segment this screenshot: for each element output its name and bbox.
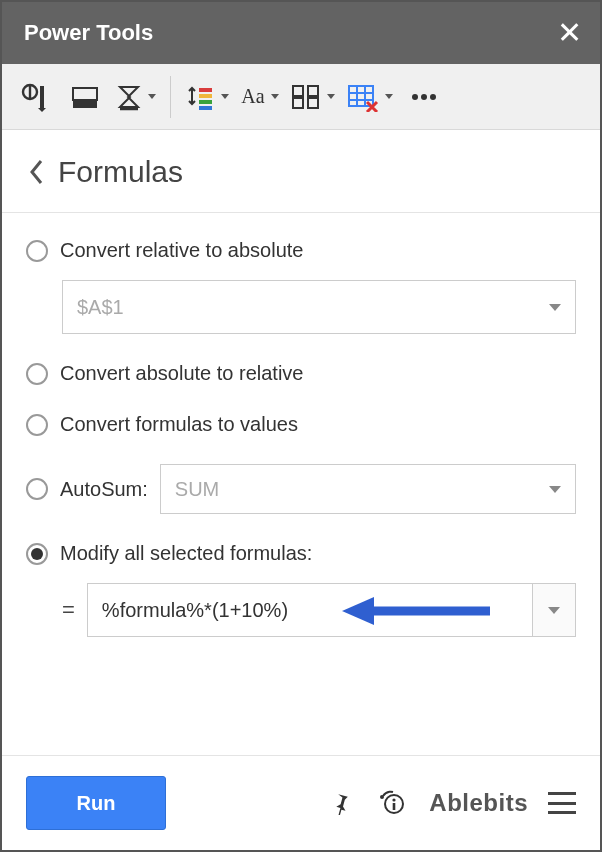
chevron-down-icon xyxy=(327,94,335,99)
select-value: SUM xyxy=(175,478,219,501)
back-icon[interactable] xyxy=(24,154,48,190)
option-modify-formulas[interactable]: Modify all selected formulas: xyxy=(26,542,576,565)
svg-rect-14 xyxy=(308,98,318,108)
close-icon[interactable]: ✕ xyxy=(557,18,582,48)
option-convert-abs-to-rel[interactable]: Convert absolute to relative xyxy=(26,362,576,385)
clear-icon[interactable] xyxy=(343,74,397,120)
radio-icon[interactable] xyxy=(26,240,48,262)
svg-point-22 xyxy=(430,94,436,100)
option-label: Convert absolute to relative xyxy=(60,362,303,385)
radio-icon[interactable] xyxy=(26,478,48,500)
toolbar: Aa xyxy=(2,64,600,130)
option-convert-rel-to-abs[interactable]: Convert relative to absolute xyxy=(26,239,576,262)
radio-icon[interactable] xyxy=(26,363,48,385)
select-value: $A$1 xyxy=(77,296,124,319)
svg-marker-3 xyxy=(38,108,46,112)
chevron-down-icon xyxy=(148,94,156,99)
chevron-down-icon xyxy=(549,304,561,311)
svg-rect-11 xyxy=(293,86,303,96)
radio-icon[interactable] xyxy=(26,414,48,436)
app-title: Power Tools xyxy=(24,20,153,46)
more-icon[interactable] xyxy=(401,74,447,120)
sort-icon[interactable] xyxy=(181,74,233,120)
footer-bar: Run Ablebits xyxy=(2,755,600,850)
option-autosum[interactable]: AutoSum: SUM xyxy=(26,464,576,514)
sigma-icon[interactable] xyxy=(112,74,160,120)
chevron-down-icon xyxy=(271,94,279,99)
text-aa-glyph: Aa xyxy=(241,85,264,108)
option-label: Modify all selected formulas: xyxy=(60,542,312,565)
info-icon[interactable] xyxy=(373,785,409,821)
svg-rect-8 xyxy=(199,94,212,98)
breadcrumb: Formulas xyxy=(2,130,600,213)
svg-rect-9 xyxy=(199,100,212,104)
svg-rect-7 xyxy=(199,88,212,92)
text-case-icon[interactable]: Aa xyxy=(237,74,283,120)
toolbar-separator xyxy=(170,76,171,118)
chevron-down-icon xyxy=(385,94,393,99)
svg-rect-12 xyxy=(293,98,303,108)
modify-formula-input[interactable]: %formula%*(1+10%) xyxy=(87,583,532,637)
equals-sign: = xyxy=(62,597,75,623)
option-convert-to-values[interactable]: Convert formulas to values xyxy=(26,413,576,436)
split-icon[interactable] xyxy=(287,74,339,120)
chevron-down-icon xyxy=(548,607,560,614)
absolute-ref-select[interactable]: $A$1 xyxy=(62,280,576,334)
svg-point-28 xyxy=(380,795,384,799)
smart-toolbar-icon[interactable] xyxy=(12,74,58,120)
radio-icon[interactable] xyxy=(26,543,48,565)
svg-point-20 xyxy=(412,94,418,100)
modify-formula-dropdown[interactable] xyxy=(532,583,576,637)
svg-rect-27 xyxy=(393,803,396,810)
menu-icon[interactable] xyxy=(548,792,576,814)
chevron-down-icon xyxy=(221,94,229,99)
autosum-function-select[interactable]: SUM xyxy=(160,464,576,514)
option-label: Convert formulas to values xyxy=(60,413,298,436)
chevron-down-icon xyxy=(549,486,561,493)
svg-rect-13 xyxy=(308,86,318,96)
svg-rect-10 xyxy=(199,106,212,110)
svg-rect-2 xyxy=(40,86,44,108)
pin-icon[interactable] xyxy=(323,785,359,821)
title-bar: Power Tools ✕ xyxy=(2,2,600,64)
option-label: Convert relative to absolute xyxy=(60,239,303,262)
modify-formula-row: = %formula%*(1+10%) xyxy=(62,583,576,637)
options-panel: Convert relative to absolute $A$1 Conver… xyxy=(2,213,600,755)
input-value: %formula%*(1+10%) xyxy=(102,599,288,622)
page-title: Formulas xyxy=(58,155,183,189)
process-icon[interactable] xyxy=(62,74,108,120)
modify-formula-input-group: %formula%*(1+10%) xyxy=(87,583,576,637)
option-label: AutoSum: xyxy=(60,478,148,501)
svg-rect-5 xyxy=(73,100,97,108)
svg-point-21 xyxy=(421,94,427,100)
brand-label: Ablebits xyxy=(429,789,528,817)
svg-rect-4 xyxy=(73,88,97,100)
run-button[interactable]: Run xyxy=(26,776,166,830)
svg-point-26 xyxy=(393,798,396,801)
